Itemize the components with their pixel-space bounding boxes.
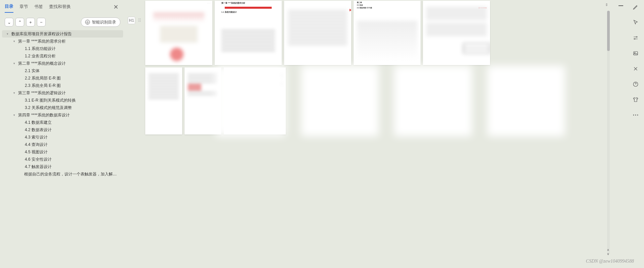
- scroll-up-icon[interactable]: ▲: [606, 248, 610, 251]
- ruler-toggle-icon[interactable]: ⇕: [604, 3, 609, 7]
- outline-toolbar: ⌄ ⌃ + − ◎ 智能识别目录: [0, 13, 125, 30]
- page-thumb-1[interactable]: · · ·: [145, 1, 212, 65]
- watermark: CSDN @zew1040994588: [586, 259, 634, 264]
- tab-chapter[interactable]: 章节: [19, 4, 28, 12]
- pg4-c: 2.2 系统局部 E-R 图: [357, 7, 417, 9]
- svg-rect-2: [634, 52, 638, 55]
- outline-node-label: 4.5 视图设计: [25, 149, 48, 155]
- outline-node[interactable]: 4.5 视图设计: [2, 148, 123, 156]
- page-thumb-6[interactable]: [145, 67, 182, 135]
- pg2-title-2: 1.1 系统功能设计: [221, 11, 275, 14]
- outline-node-label: 第二章 ****系统的概念设计: [18, 61, 66, 66]
- scroll-down-icon[interactable]: ▼: [606, 253, 610, 256]
- caret-icon[interactable]: ▾: [13, 91, 17, 95]
- outline-node-label: 2.3 系统全局 E-R 图: [25, 83, 61, 89]
- caret-icon[interactable]: ▾: [13, 113, 17, 117]
- sidebar-tabs: 目录 章节 书签 查找和替换 ✕: [0, 3, 125, 13]
- remove-button[interactable]: −: [37, 18, 46, 26]
- outline-node-label: 4.4 查询设计: [25, 142, 48, 148]
- outline-node[interactable]: 3.2 关系模式的规范及调整: [2, 104, 123, 111]
- outline-node[interactable]: 1.1 系统功能设计: [2, 45, 123, 52]
- page-thumb-5[interactable]: ▮ xxxxxxxx: [423, 1, 490, 65]
- tshirt-icon[interactable]: [632, 96, 639, 103]
- page-thumb-2[interactable]: 第一章 ****系统的需求分析 1.1 系统功能设计: [215, 1, 282, 65]
- vertical-scrollbar[interactable]: [607, 11, 610, 255]
- outline-node[interactable]: 2.3 系统全局 E-R 图: [2, 82, 123, 89]
- drag-grip-icon[interactable]: ⠿: [138, 18, 141, 23]
- outline-node[interactable]: 2.1 实体: [2, 67, 123, 74]
- smart-recognize-button[interactable]: ◎ 智能识别目录: [81, 17, 120, 27]
- outline-node-label: 2.2 系统局部 E-R 图: [25, 75, 61, 81]
- tools-icon[interactable]: [632, 65, 639, 72]
- svg-point-1: [634, 39, 635, 40]
- right-toolbar: [627, 0, 644, 268]
- outline-node-label: 4.7 触发器设计: [25, 164, 52, 170]
- scrollbar-thumb[interactable]: [607, 11, 610, 51]
- settings-slider-icon[interactable]: [632, 34, 639, 42]
- caret-icon[interactable]: ▾: [7, 32, 10, 36]
- outline-node[interactable]: 4.3 索引设计: [2, 133, 123, 141]
- outline-node-label: 第一章 ****系统的需求分析: [18, 39, 66, 44]
- outline-node[interactable]: 2.2 系统局部 E-R 图: [2, 74, 123, 82]
- outline-node[interactable]: ▾数据库应用项目开发课程设计报告: [2, 30, 123, 38]
- outline-node[interactable]: 1.2 业务流程分析: [2, 52, 123, 60]
- outline-node-label: 4.3 索引设计: [25, 135, 48, 140]
- more-icon[interactable]: [632, 111, 639, 119]
- outline-node[interactable]: 4.7 触发器设计: [2, 163, 123, 170]
- outline-tree[interactable]: ▾数据库应用项目开发课程设计报告▾第一章 ****系统的需求分析1.1 系统功能…: [0, 30, 125, 268]
- target-icon: ◎: [85, 20, 90, 24]
- tab-toc[interactable]: 目录: [5, 3, 13, 13]
- outline-node-label: 1.2 业务流程分析: [25, 53, 56, 59]
- outline-node[interactable]: ▾第三章 ****系统的逻辑设计: [2, 89, 123, 97]
- outline-node[interactable]: 3.1 E-R 图到关系模式的转换: [2, 97, 123, 104]
- image-icon[interactable]: [632, 50, 639, 57]
- outline-node-label: 1.1 系统功能设计: [25, 46, 56, 52]
- minimize-icon[interactable]: [619, 5, 623, 6]
- pen-icon[interactable]: [632, 3, 639, 11]
- outline-node[interactable]: ▾第一章 ****系统的需求分析: [2, 38, 123, 45]
- add-button[interactable]: +: [26, 18, 35, 26]
- caret-icon[interactable]: ▾: [13, 62, 17, 65]
- outline-node-label: 根据自己的业务流程，设计一个表触发器，加入解释说明该触发器 ...: [24, 171, 120, 177]
- svg-point-5: [633, 115, 634, 116]
- heading-level-button[interactable]: H1: [128, 17, 135, 24]
- outline-node-label: 2.1 实体: [25, 68, 40, 74]
- blurred-pages: [216, 66, 604, 136]
- page-thumb-4[interactable]: 第二章 2.1 实体 2.2 系统局部 E-R 图: [354, 1, 421, 65]
- tab-bookmark[interactable]: 书签: [34, 4, 43, 12]
- smart-label: 智能识别目录: [92, 19, 116, 25]
- outline-node[interactable]: 4.2 数据表设计: [2, 126, 123, 133]
- cursor-icon[interactable]: [632, 19, 639, 26]
- close-panel-icon[interactable]: ✕: [113, 3, 118, 11]
- outline-node[interactable]: 4.6 安全性设计: [2, 156, 123, 163]
- outline-node[interactable]: 4.4 查询设计: [2, 141, 123, 148]
- page-header: · · ·: [145, 1, 212, 5]
- page-row-1: · · · 第一章 ****系统的需求分析 1.1 系统功能设计 第二章 2.1…: [145, 1, 604, 65]
- outline-node[interactable]: ▾第四章 ****系统的数据库设计: [2, 111, 123, 119]
- outline-node-label: 第三章 ****系统的逻辑设计: [18, 90, 66, 96]
- expand-button[interactable]: ⌄: [5, 18, 13, 26]
- outline-sidebar: 目录 章节 书签 查找和替换 ✕ ⌄ ⌃ + − ◎ 智能识别目录 ▾数据库应用…: [0, 0, 125, 268]
- outline-node-label: 4.6 安全性设计: [25, 157, 52, 162]
- collapse-button[interactable]: ⌃: [15, 18, 24, 26]
- svg-point-6: [635, 115, 636, 116]
- floating-heading-tool: H1 ⠿: [128, 17, 141, 24]
- outline-node-label: 3.2 关系模式的规范及调整: [25, 105, 72, 111]
- outline-node-label: 4.2 数据表设计: [25, 127, 52, 133]
- pg2-title-1: 第一章 ****系统的需求分析: [221, 2, 275, 5]
- outline-node[interactable]: ▾第二章 ****系统的概念设计: [2, 60, 123, 67]
- outline-node-label: 第四章 ****系统的数据库设计: [18, 112, 70, 118]
- document-canvas[interactable]: ⇕ H1 ⠿ · · · 第一章 ****系统的需求分析 1.1 系统功能设计: [125, 0, 627, 268]
- pg4-b: 2.1 实体: [357, 4, 417, 6]
- outline-node[interactable]: 根据自己的业务流程，设计一个表触发器，加入解释说明该触发器 ...: [2, 170, 123, 178]
- caret-icon[interactable]: ▾: [13, 40, 17, 43]
- outline-node[interactable]: 4.1 数据库建立: [2, 119, 123, 126]
- pg4-a: 第二章: [357, 1, 417, 3]
- outline-node-label: 3.1 E-R 图到关系模式的转换: [25, 98, 76, 103]
- help-icon[interactable]: [632, 81, 639, 88]
- tab-find-replace[interactable]: 查找和替换: [49, 4, 71, 12]
- outline-node-label: 数据库应用项目开发课程设计报告: [11, 31, 72, 37]
- bookmark-icon: [350, 9, 351, 11]
- outline-node-label: 4.1 数据库建立: [25, 120, 52, 125]
- page-thumb-3[interactable]: [284, 1, 351, 65]
